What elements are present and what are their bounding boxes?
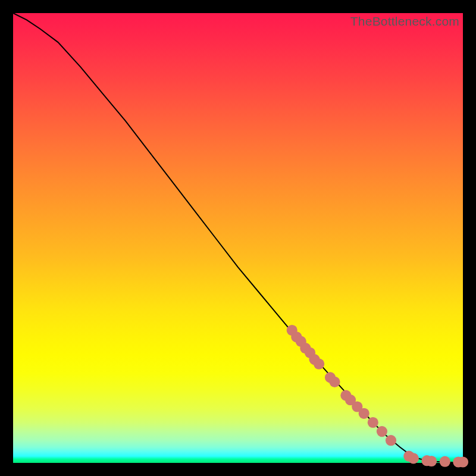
data-marker <box>386 435 396 446</box>
data-marker <box>377 426 387 437</box>
data-marker <box>408 453 419 464</box>
chart-svg <box>13 13 463 463</box>
markers-group <box>287 325 469 468</box>
plot-area: TheBottleneck.com <box>13 13 463 463</box>
chart-frame: TheBottleneck.com <box>0 0 476 476</box>
data-marker <box>329 377 340 387</box>
bottleneck-curve <box>13 13 463 462</box>
data-marker <box>368 417 378 428</box>
data-marker <box>440 456 450 467</box>
data-marker <box>314 359 324 369</box>
data-marker <box>359 408 369 419</box>
data-marker <box>458 456 468 467</box>
data-marker <box>426 456 437 466</box>
